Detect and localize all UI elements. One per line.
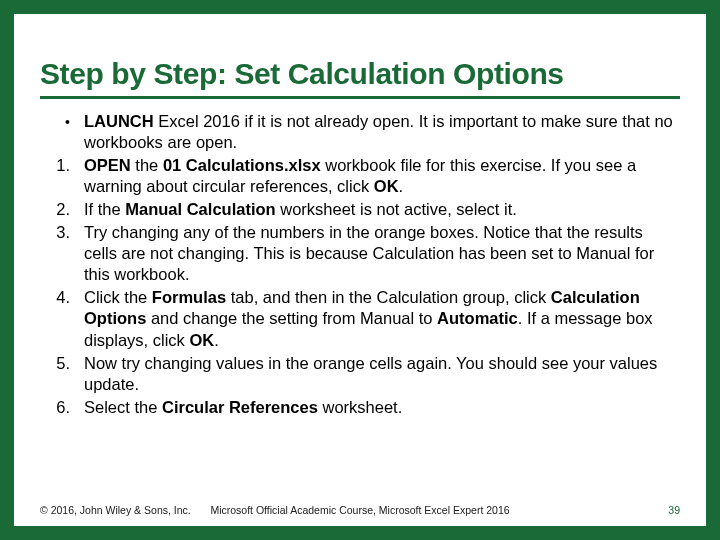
slide-title: Step by Step: Set Calculation Options [40,58,680,90]
step-number: 4. [40,287,84,350]
step-span: Now try changing values in the orange ce… [84,354,657,393]
step-span: . [399,177,404,195]
step-strong: 01 Calculations.xlsx [163,156,321,174]
slide-frame: Step by Step: Set Calculation Options • … [0,0,720,540]
step-row: 2.If the Manual Calculation worksheet is… [40,199,680,220]
step-row: 1.OPEN the 01 Calculations.xlsx workbook… [40,155,680,197]
footer: © 2016, John Wiley & Sons, Inc. Microsof… [40,504,680,516]
step-span: the [131,156,163,174]
bullet-row: • LAUNCH Excel 2016 if it is not already… [40,111,680,153]
step-strong: OPEN [84,156,131,174]
step-span: worksheet. [318,398,402,416]
step-text: Now try changing values in the orange ce… [84,353,680,395]
course-name: Microsoft Official Academic Course, Micr… [40,504,680,516]
step-text: Try changing any of the numbers in the o… [84,222,680,285]
step-strong: Automatic [437,309,518,327]
step-text: Select the Circular References worksheet… [84,397,680,418]
steps-list: • LAUNCH Excel 2016 if it is not already… [40,111,680,419]
bullet-text: LAUNCH Excel 2016 if it is not already o… [84,111,680,153]
bullet-marker: • [40,111,84,153]
step-strong: Formulas [152,288,226,306]
step-strong: OK [374,177,399,195]
step-span: Select the [84,398,162,416]
step-row: 4.Click the Formulas tab, and then in th… [40,287,680,350]
title-rule [40,96,680,99]
step-row: 3.Try changing any of the numbers in the… [40,222,680,285]
bullet-strong: LAUNCH [84,112,154,130]
step-span: and change the setting from Manual to [146,309,437,327]
step-span: Try changing any of the numbers in the o… [84,223,654,283]
step-number: 6. [40,397,84,418]
step-span: Click the [84,288,152,306]
step-span: If the [84,200,125,218]
step-number: 3. [40,222,84,285]
step-span: worksheet is not active, select it. [276,200,517,218]
step-span: . [214,331,219,349]
step-strong: OK [189,331,214,349]
step-row: 5.Now try changing values in the orange … [40,353,680,395]
step-text: Click the Formulas tab, and then in the … [84,287,680,350]
bullet-rest: Excel 2016 if it is not already open. It… [84,112,673,151]
step-strong: Circular References [162,398,318,416]
step-span: tab, and then in the Calculation group, … [226,288,551,306]
step-text: If the Manual Calculation worksheet is n… [84,199,680,220]
step-number: 1. [40,155,84,197]
step-text: OPEN the 01 Calculations.xlsx workbook f… [84,155,680,197]
step-number: 2. [40,199,84,220]
step-row: 6.Select the Circular References workshe… [40,397,680,418]
step-strong: Manual Calculation [125,200,275,218]
step-number: 5. [40,353,84,395]
